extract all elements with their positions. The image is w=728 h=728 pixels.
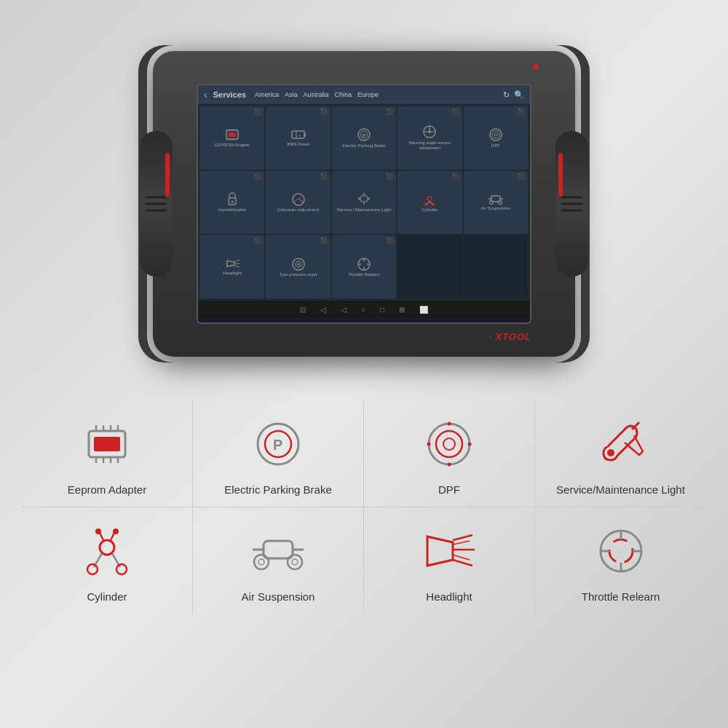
svg-point-92 [258, 559, 264, 565]
cylinder-label: Cylinder [87, 590, 127, 603]
device-led [533, 64, 539, 70]
screen-icons: ↻ 🔍 [503, 90, 524, 100]
svg-line-97 [453, 560, 472, 566]
cylinder-icon [78, 522, 136, 580]
grid-cell-eeprom[interactable]: ⬛ EEPROM Adapter [200, 106, 264, 170]
headlight-icon-wrap [420, 522, 478, 580]
feature-dpf: DPF [364, 400, 535, 507]
grid-cell-throttle[interactable]: ⬛ Throttle Relearn [332, 235, 396, 298]
svg-point-27 [494, 133, 497, 136]
cylinder-icon-wrap [78, 522, 136, 580]
device-container: ‹ Services America Asia Australia China … [138, 29, 590, 379]
tab-australia[interactable]: Australia [303, 91, 328, 98]
grid-cell-airsuspension[interactable]: ⬛ Air Suspension [464, 171, 528, 234]
refresh-icon[interactable]: ↻ [503, 90, 510, 100]
svg-line-48 [234, 266, 240, 267]
nav-apps[interactable]: ⊞ [399, 306, 405, 314]
svg-point-71 [436, 431, 462, 457]
tab-europe[interactable]: Europe [357, 91, 379, 98]
svg-text:P: P [273, 437, 282, 453]
nav-square[interactable]: □ [380, 306, 384, 314]
throttle-icon [592, 522, 650, 580]
grid-cell-headlight[interactable]: ⬛ Headlight [200, 235, 264, 298]
nav-camera[interactable]: ⊡ [300, 306, 306, 314]
svg-point-86 [95, 529, 101, 534]
svg-point-93 [288, 555, 302, 569]
grid-cell-bms[interactable]: ⬛ −+ BMS Reset [266, 106, 330, 170]
svg-point-25 [490, 129, 502, 141]
headlight-label: Headlight [426, 590, 472, 603]
airsuspension-icon-wrap [249, 522, 307, 580]
search-icon[interactable]: 🔍 [514, 90, 524, 100]
svg-line-98 [453, 541, 470, 545]
airsuspension-icon [249, 522, 307, 580]
eeprom-icon [78, 415, 136, 473]
parking-label: Electric Parking Brake [224, 483, 332, 496]
grid-cell-cylinder[interactable]: ⬛ Cylinder [397, 171, 462, 234]
grid-cell-odometer[interactable]: ⬛ Odometer adjustment [266, 171, 330, 234]
eeprom-label: Eeprom Adapter [68, 483, 146, 496]
screen-nav: ⊡ ◁ ◁ ○ □ ⊞ ⬜ [198, 301, 530, 318]
svg-point-75 [448, 463, 451, 467]
svg-point-87 [113, 529, 119, 534]
tab-china[interactable]: China [334, 91, 352, 98]
svg-point-51 [297, 264, 299, 266]
svg-line-84 [100, 533, 103, 540]
screen-header: ‹ Services America Asia Australia China … [198, 85, 530, 104]
dpf-label: DPF [438, 483, 460, 496]
svg-text:P: P [362, 132, 366, 139]
nav-home[interactable]: ◁ [320, 306, 326, 314]
device-screen: ‹ Services America Asia Australia China … [197, 84, 531, 324]
svg-point-83 [116, 564, 127, 574]
screen-title: Services [213, 90, 246, 99]
grid-cell-tpms[interactable]: ⬛ Tyre pressure reset [266, 235, 330, 298]
nav-circle[interactable]: ○ [361, 306, 365, 314]
grid-cell-immob[interactable]: ⬛ Immobilization [200, 171, 264, 234]
svg-point-70 [429, 424, 470, 464]
svg-point-21 [428, 130, 431, 133]
svg-line-85 [111, 533, 114, 540]
grid-cell-dpf[interactable]: ⬛ DPF [464, 106, 528, 170]
service-label: Service/Maintenance Light [556, 483, 685, 496]
grip-right [555, 131, 588, 277]
svg-rect-1 [229, 132, 236, 137]
tab-america[interactable]: America [255, 91, 279, 98]
parking-icon-wrap: P [249, 415, 307, 473]
grid-cell-parking[interactable]: ⬛ P Electric Parking Brake [332, 106, 396, 170]
feature-cylinder: Cylinder [22, 507, 193, 614]
nav-recent[interactable]: ⬜ [419, 306, 428, 314]
svg-point-40 [427, 197, 432, 201]
svg-point-94 [292, 559, 298, 565]
feature-eeprom: Eeprom Adapter [22, 400, 193, 507]
airsuspension-label: Air Suspension [242, 590, 315, 603]
feature-parking: P Electric Parking Brake [193, 400, 364, 507]
screen-grid: ⬛ EEPROM Adapter ⬛ −+ BMS Reset ⬛ P Elec… [198, 104, 530, 301]
svg-point-77 [607, 449, 614, 456]
dpf-icon [420, 415, 478, 473]
grip-left [140, 131, 173, 277]
brand-label: · XTOOL [488, 331, 531, 342]
feature-airsuspension: Air Suspension [193, 507, 364, 614]
svg-point-91 [254, 555, 269, 569]
service-icon [592, 415, 650, 473]
throttle-icon-wrap [592, 522, 650, 580]
svg-text:+: + [298, 133, 301, 138]
parking-icon: P [249, 415, 307, 473]
grid-cell-empty1 [397, 235, 462, 298]
nav-back[interactable]: ◁ [341, 306, 347, 314]
svg-point-82 [87, 564, 98, 574]
svg-line-95 [453, 535, 472, 540]
feature-throttle: Throttle Relearn [535, 507, 706, 614]
svg-point-29 [232, 201, 234, 203]
grid-cell-service[interactable]: ⬛ Service / Maintenance Light [332, 171, 396, 234]
svg-point-26 [492, 131, 499, 138]
tab-asia[interactable]: Asia [285, 91, 298, 98]
features-section: Eeprom Adapter P Electric Parking Brake [22, 400, 706, 614]
svg-point-72 [443, 438, 455, 450]
feature-service: Service/Maintenance Light [535, 400, 706, 507]
svg-point-76 [427, 443, 431, 446]
grid-cell-steering[interactable]: ⬛ Steering angle sensor adjustment [397, 106, 462, 170]
back-button[interactable]: ‹ [204, 89, 207, 100]
svg-line-46 [234, 260, 240, 261]
dpf-icon-wrap [420, 415, 478, 473]
